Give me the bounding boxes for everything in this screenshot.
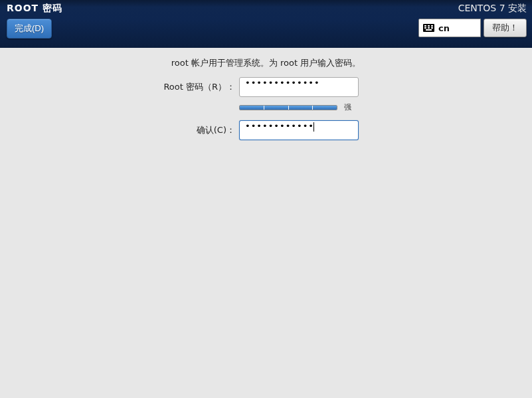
header-left: ROOT 密码 完成(D) [0, 0, 69, 48]
header-right-bar: cn 帮助！ [418, 19, 527, 37]
intro-text: root 帐户用于管理系统。为 root 用户输入密码。 [0, 57, 532, 69]
keyboard-layout-indicator[interactable]: cn [418, 19, 481, 37]
strength-meter [239, 105, 337, 110]
header-right: CENTOS 7 安装 cn 帮助！ [413, 0, 532, 48]
confirm-label: 确认(C)： [0, 124, 239, 136]
password-value: ••••••••••••• [245, 78, 320, 88]
header: ROOT 密码 完成(D) CENTOS 7 安装 cn 帮助！ [0, 0, 532, 48]
content: root 帐户用于管理系统。为 root 用户输入密码。 Root 密码（R）：… [0, 48, 532, 398]
done-button[interactable]: 完成(D) [7, 19, 52, 39]
strength-row: 强 [239, 101, 372, 116]
keyboard-icon [423, 24, 434, 32]
help-button[interactable]: 帮助！ [484, 19, 527, 37]
password-label: Root 密码（R）： [0, 81, 239, 93]
install-title: CENTOS 7 安装 [418, 3, 527, 15]
strength-seg [289, 106, 313, 110]
strength-seg [313, 106, 337, 110]
confirm-value: •••••••••••• [245, 121, 314, 131]
confirm-input[interactable]: •••••••••••• [239, 120, 359, 140]
strength-seg [240, 106, 264, 110]
strength-seg [264, 106, 289, 110]
strength-label: 强 [344, 102, 351, 112]
root-password-form: Root 密码（R）： ••••••••••••• 强 确认(C)： •••••… [0, 77, 532, 140]
page-title: ROOT 密码 [7, 3, 62, 15]
keyboard-layout-label: cn [438, 23, 450, 33]
password-input[interactable]: ••••••••••••• [239, 77, 359, 97]
text-caret [313, 122, 314, 132]
